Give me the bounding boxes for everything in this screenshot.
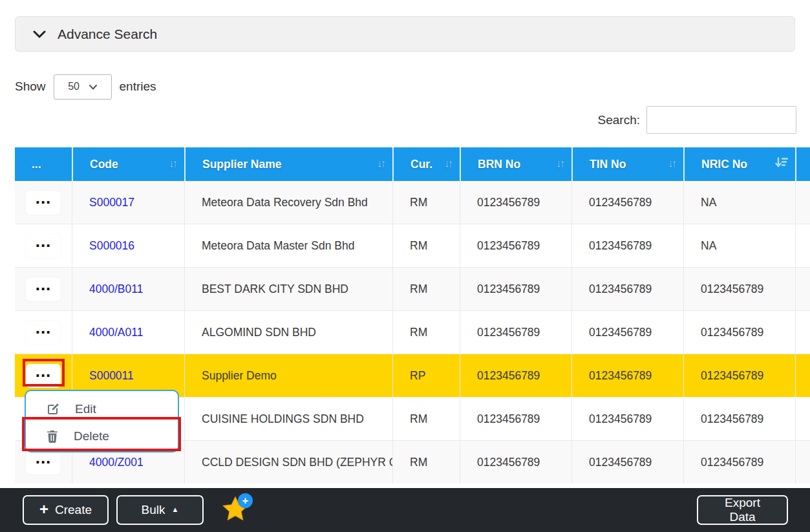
menu-item-edit[interactable]: Edit (26, 396, 178, 423)
favorite-star-button[interactable]: + (219, 494, 251, 526)
row-actions-button[interactable]: ... (26, 277, 61, 301)
cell-nric: 0123456789 (683, 268, 795, 311)
chevron-down-icon (33, 30, 46, 38)
export-data-button[interactable]: Export Data (697, 495, 788, 525)
cell-cur: RM (392, 181, 460, 224)
cell-brn: 0123456789 (460, 398, 571, 441)
bulk-button[interactable]: Bulk ▲ (116, 495, 204, 525)
table-header-row: ...Code↓↑Supplier Name↓↑Cur.↓↑BRN No↓↑TI… (15, 147, 810, 181)
ellipsis-icon: ... (36, 195, 52, 201)
bulk-button-label: Bulk (142, 503, 165, 517)
row-actions-button[interactable]: ... (26, 364, 61, 388)
cell-code: S000017 (72, 181, 184, 224)
supplier-code-link[interactable]: 4000/Z001 (89, 456, 144, 469)
cell-overflow (795, 441, 810, 484)
cell-brn: 0123456789 (460, 224, 571, 268)
cell-name: BEST DARK CITY SDN BHD (184, 268, 392, 311)
column-header-nric[interactable]: NRIC No (683, 147, 795, 181)
column-header-name[interactable]: Supplier Name↓↑ (184, 147, 392, 181)
cell-brn: 0123456789 (460, 311, 571, 354)
cell-brn: 0123456789 (460, 181, 571, 224)
caret-up-icon: ▲ (172, 505, 179, 513)
search-input[interactable] (646, 106, 796, 134)
cell-name: CUISINE HOLDINGS SDN BHD (184, 398, 392, 441)
supplier-code-link[interactable]: S000011 (89, 369, 134, 382)
footer-action-bar: + Create Bulk ▲ + Export Data (0, 488, 810, 532)
cell-actions: ... (15, 268, 72, 311)
supplier-code-link[interactable]: S000016 (89, 239, 134, 252)
cell-nric: NA (683, 181, 795, 224)
cell-brn: 0123456789 (460, 441, 571, 484)
column-label: TIN No (590, 158, 626, 171)
cell-overflow (795, 268, 810, 311)
table-row: ...4000/A011ALGOMIND SDN BHDRM0123456789… (15, 311, 810, 354)
cell-code: 4000/B011 (72, 268, 184, 311)
create-button-label: Create (55, 503, 92, 517)
column-label: Cur. (410, 158, 432, 171)
column-header-brn[interactable]: BRN No↓↑ (460, 147, 571, 181)
star-icon (220, 516, 250, 526)
cell-tin: 0123456789 (571, 354, 683, 398)
supplier-code-link[interactable]: 4000/B011 (89, 282, 143, 295)
cell-tin: 0123456789 (571, 311, 683, 354)
cell-nric: 0123456789 (683, 398, 795, 441)
entries-select[interactable]: 50 (54, 74, 112, 100)
ellipsis-icon: ... (36, 368, 52, 374)
row-actions-button[interactable]: ... (26, 451, 61, 474)
cell-overflow (795, 224, 810, 268)
row-actions-button[interactable]: ... (26, 234, 61, 258)
column-header-cur[interactable]: Cur.↓↑ (392, 147, 460, 181)
column-header-actions: ... (15, 147, 72, 181)
entries-select-value: 50 (68, 81, 80, 92)
cell-code: 4000/A011 (72, 311, 184, 354)
cell-name: CCLD DESIGN SDN BHD (ZEPHYR C… (184, 441, 392, 484)
column-header-code[interactable]: Code↓↑ (72, 147, 184, 181)
chevron-down-icon (89, 81, 97, 92)
create-button[interactable]: + Create (23, 495, 109, 525)
menu-item-edit-label: Edit (75, 402, 96, 416)
cell-cur: RM (392, 398, 460, 441)
cell-nric: 0123456789 (683, 311, 795, 354)
cell-name: Meteora Data Master Sdn Bhd (184, 224, 392, 268)
column-label: NRIC No (701, 158, 747, 171)
supplier-code-link[interactable]: 4000/A011 (89, 326, 143, 339)
sort-icon: ↓↑ (377, 158, 384, 171)
cell-tin: 0123456789 (571, 268, 683, 311)
cell-cur: RM (392, 311, 460, 354)
cell-cur: RM (392, 268, 460, 311)
trash-icon (47, 430, 58, 443)
menu-item-delete-label: Delete (74, 429, 109, 443)
row-actions-button[interactable]: ... (26, 321, 61, 345)
cell-tin: 0123456789 (571, 181, 683, 224)
table-row: ...S000017Meteora Data Recovery Sdn BhdR… (15, 181, 810, 224)
cell-overflow (795, 181, 810, 224)
advance-search-panel[interactable]: Advance Search (15, 16, 795, 52)
sort-icon: ↓↑ (444, 158, 451, 171)
ellipsis-icon: ... (36, 325, 52, 331)
cell-nric: 0123456789 (683, 354, 795, 398)
export-button-label: Export Data (715, 496, 770, 524)
column-label: BRN No (478, 158, 520, 171)
column-header-tin[interactable]: TIN No↓↑ (571, 147, 683, 181)
cell-name: Meteora Data Recovery Sdn Bhd (184, 181, 392, 224)
advance-search-label: Advance Search (58, 27, 157, 42)
cell-actions: ... (15, 224, 72, 268)
edit-icon (47, 403, 59, 416)
ellipsis-icon: ... (36, 238, 52, 244)
supplier-code-link[interactable]: S000017 (89, 196, 134, 209)
cell-brn: 0123456789 (460, 268, 571, 311)
menu-item-delete[interactable]: Delete (26, 423, 178, 450)
entries-label: entries (120, 80, 156, 94)
search-label: Search: (598, 113, 640, 127)
cell-cur: RM (392, 224, 460, 268)
table-row: ...4000/B011BEST DARK CITY SDN BHDRM0123… (15, 268, 810, 311)
cell-name: ALGOMIND SDN BHD (184, 311, 392, 354)
row-actions-button[interactable]: ... (26, 191, 61, 215)
cell-overflow (795, 311, 810, 354)
cell-code: S000016 (72, 224, 184, 268)
ellipsis-icon: ... (36, 281, 52, 288)
column-header-overflow (795, 147, 810, 181)
entries-length-control: Show 50 entries (15, 74, 156, 100)
column-label: Code (90, 158, 118, 171)
sort-amount-desc-icon (775, 157, 788, 172)
